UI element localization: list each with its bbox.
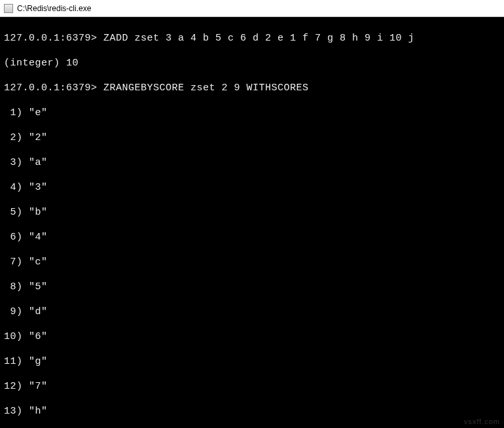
watermark: vsxff.com (464, 418, 500, 425)
output-line: 11) "g" (4, 355, 500, 368)
output-line: 12) "7" (4, 380, 500, 393)
output-line: 13) "h" (4, 405, 500, 418)
output-line: 3) "a" (4, 156, 500, 169)
window-title: C:\Redis\redis-cli.exe (17, 4, 91, 13)
output-line: 2) "2" (4, 132, 500, 144)
cmd-line: 127.0.0.1:6379> ZADD zset 3 a 4 b 5 c 6 … (4, 32, 500, 45)
cmd-line: 127.0.0.1:6379> ZRANGEBYSCORE zset 2 9 W… (4, 82, 500, 94)
output-line: 4) "3" (4, 181, 500, 194)
output-line: 7) "c" (4, 256, 500, 268)
window-titlebar[interactable]: C:\Redis\redis-cli.exe (0, 0, 504, 17)
terminal-output[interactable]: 127.0.0.1:6379> ZADD zset 3 a 4 b 5 c 6 … (0, 17, 504, 428)
output-line: 9) "d" (4, 306, 500, 318)
output-line: 10) "6" (4, 330, 500, 343)
app-icon (4, 4, 13, 13)
output-line: 5) "b" (4, 206, 500, 219)
output-line: 8) "5" (4, 281, 500, 293)
output-line: (integer) 10 (4, 57, 500, 69)
output-line: 1) "e" (4, 107, 500, 119)
output-line: 6) "4" (4, 231, 500, 243)
